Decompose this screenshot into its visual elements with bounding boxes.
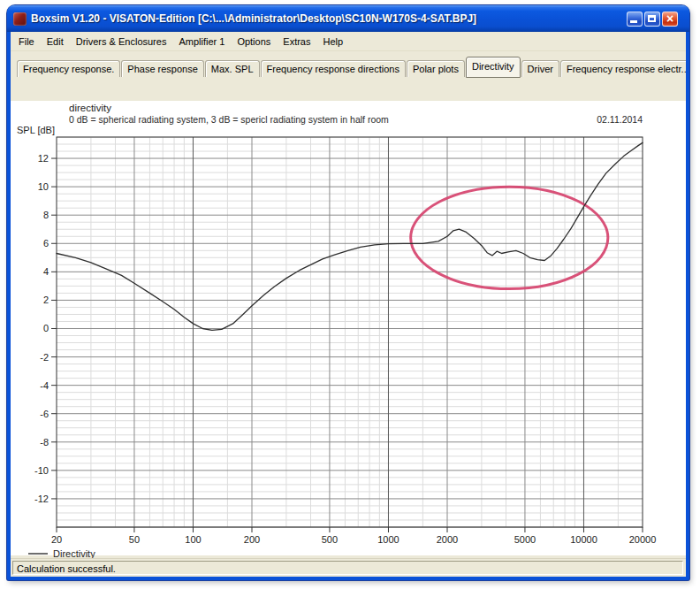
menu-item-drivers-enclosures[interactable]: Drivers & Enclosures: [70, 33, 173, 50]
menu-item-amplifier-1[interactable]: Amplifier 1: [172, 33, 231, 50]
close-icon: ×: [663, 12, 677, 26]
y-tick-label: -6: [40, 409, 49, 419]
menu-item-edit[interactable]: Edit: [41, 33, 70, 50]
window-controls: ×: [627, 11, 678, 27]
status-text: Calculation successful.: [17, 563, 116, 574]
y-tick-label: -12: [34, 494, 49, 504]
y-tick-label: 2: [43, 295, 49, 305]
window-body: FileEditDrivers & EnclosuresAmplifier 1O…: [11, 32, 686, 577]
annotation-ellipse: [411, 187, 608, 288]
x-tick-label: 200: [244, 534, 260, 545]
status-field: Calculation successful.: [12, 561, 683, 575]
x-tick-label: 500: [322, 534, 338, 545]
x-tick-label: 10000: [570, 534, 597, 545]
chart-subtitle: 0 dB = spherical radiating system, 3 dB …: [69, 114, 389, 125]
y-tick-label: 12: [38, 153, 49, 164]
window-title: Boxsim V1.20 - VISATON-Edition [C:\...\A…: [31, 12, 627, 25]
y-tick-label: -10: [34, 465, 49, 476]
y-tick-label: 4: [43, 266, 49, 277]
y-tick-label: -4: [40, 380, 49, 391]
minimize-icon: [630, 20, 637, 23]
status-bar: Calculation successful.: [11, 558, 686, 577]
chart-area: 121086420-2-4-6-8-10-1220501002005001000…: [11, 101, 686, 555]
tab-phase-response[interactable]: Phase response: [121, 60, 204, 77]
tab-frequency-response[interactable]: Frequency response.: [17, 60, 120, 77]
tab-strip: Frequency response.Phase responseMax. SP…: [11, 51, 686, 77]
y-axis-label: SPL [dB]: [17, 125, 55, 135]
x-tick-label: 100: [185, 534, 201, 545]
x-tick-label: 1000: [377, 534, 399, 545]
x-tick-label: 5000: [514, 534, 536, 545]
menu-item-help[interactable]: Help: [316, 33, 349, 50]
y-tick-label: -2: [40, 352, 49, 363]
menu-bar: FileEditDrivers & EnclosuresAmplifier 1O…: [11, 32, 686, 51]
x-tick-label: 2000: [437, 534, 458, 545]
tab-polar-plots[interactable]: Polar plots: [407, 60, 465, 77]
screen: { "window": { "title": "Boxsim V1.20 - V…: [0, 0, 700, 597]
chart-title: directivity: [69, 103, 111, 113]
y-tick-label: 0: [43, 323, 49, 333]
y-tick-label: 8: [43, 210, 49, 220]
x-tick-label: 20: [51, 534, 62, 545]
close-button[interactable]: ×: [662, 11, 678, 27]
maximize-button[interactable]: [644, 11, 660, 27]
tab-directivity[interactable]: Directivity: [466, 57, 521, 78]
maximize-icon: [648, 15, 656, 22]
app-icon: [13, 12, 27, 26]
tab-frequency-response-directions[interactable]: Frequency response directions: [261, 60, 406, 77]
x-tick-label: 20000: [629, 534, 657, 545]
title-bar[interactable]: Boxsim V1.20 - VISATON-Edition [C:\...\A…: [7, 5, 689, 32]
y-tick-label: 6: [43, 238, 49, 249]
tab-max-spl[interactable]: Max. SPL: [205, 60, 260, 77]
minimize-button[interactable]: [627, 11, 643, 27]
menu-item-extras[interactable]: Extras: [277, 33, 316, 50]
tab-driver[interactable]: Driver: [521, 60, 559, 77]
y-tick-label: 10: [38, 181, 49, 192]
tab-frequency-response-electr[interactable]: Frequency response electr..: [560, 60, 686, 77]
x-tick-label: 50: [129, 534, 140, 545]
chart-date: 02.11.2014: [597, 114, 643, 125]
app-window: Boxsim V1.20 - VISATON-Edition [C:\...\A…: [7, 5, 689, 580]
chart-svg: 121086420-2-4-6-8-10-1220501002005001000…: [11, 101, 686, 577]
y-tick-label: -8: [40, 437, 49, 448]
plot-border: [57, 137, 643, 527]
menu-item-file[interactable]: File: [12, 33, 41, 50]
menu-item-options[interactable]: Options: [231, 33, 277, 50]
